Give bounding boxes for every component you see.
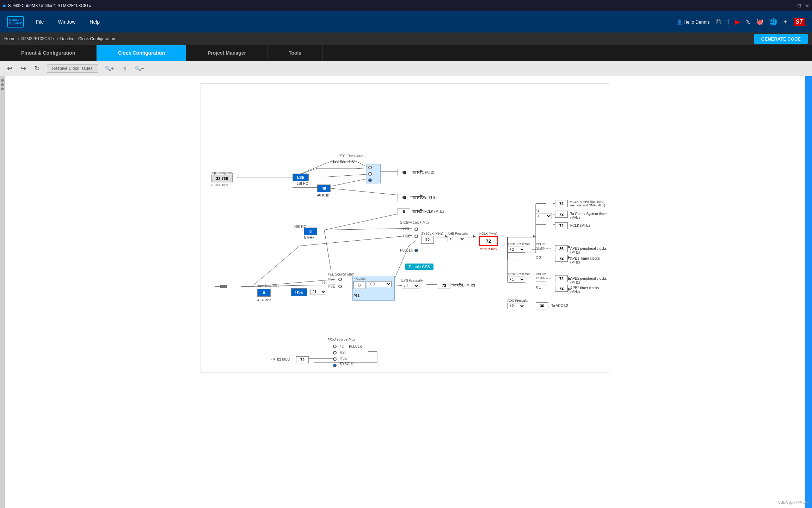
breadcrumb-sep-1: › <box>18 36 19 41</box>
logo-text: STM32CubeMX <box>9 18 22 25</box>
menu-file[interactable]: File <box>36 19 44 25</box>
mco-mux-area <box>333 345 337 367</box>
rtc-lsi-radio[interactable] <box>368 179 372 182</box>
generate-code-button[interactable]: GENERATE CODE <box>754 34 808 44</box>
fit-button[interactable]: ⊡ <box>121 64 128 73</box>
menu-help[interactable]: Help <box>90 19 100 25</box>
redo-button[interactable]: ↪ <box>19 63 27 74</box>
cortex-div-select[interactable]: / 1/ 8 <box>536 213 552 219</box>
menu-right: 👤 Hello Dennis ⑩ f ▶ 𝕏 🐙 🌐 ✦ ST <box>677 18 805 26</box>
mco-hse-radio[interactable] <box>333 357 337 361</box>
svg-line-54 <box>324 230 331 272</box>
pclk1-val[interactable]: 36 <box>555 245 568 252</box>
lsi-rc-box: 40 <box>317 185 331 192</box>
user-greeting: 👤 Hello Dennis <box>677 19 709 25</box>
enable-css-button[interactable]: Enable CSS <box>405 264 433 270</box>
github-icon[interactable]: 🐙 <box>756 18 764 26</box>
breadcrumb-home[interactable]: Home <box>4 36 16 41</box>
breadcrumb-sep-2: › <box>57 36 58 41</box>
sidebar-dot-1 <box>1 79 4 82</box>
pclk2-val[interactable]: 72 <box>555 275 568 282</box>
minimize-button[interactable]: − <box>791 3 793 8</box>
svg-line-10 <box>324 174 367 177</box>
pll-hse-radio[interactable] <box>338 285 342 288</box>
hclk-ahb-val[interactable]: 72 <box>555 200 568 207</box>
hse-input-freq-label: Input frequency <box>257 284 279 288</box>
adc-val[interactable]: 36 <box>536 302 548 309</box>
pll-val[interactable]: 8 <box>353 281 365 289</box>
youtube-icon[interactable]: ▶ <box>735 18 740 26</box>
tab-pinout[interactable]: Pinout & Configuration <box>0 45 97 61</box>
breadcrumb-bar: Home › STM32F103C8Tx › Untitled - Clock … <box>0 32 812 45</box>
apb2-prescaler-select[interactable]: / 1/ 2/ 4 <box>508 277 525 283</box>
left-sidebar <box>0 76 5 508</box>
to-rtc-label: To RTC (KHz) <box>412 170 434 174</box>
rtc-lse-radio[interactable] <box>368 172 372 176</box>
pll-hsi-radio[interactable] <box>338 278 342 281</box>
mco-sysclk-lbl: SYSCLK <box>340 362 353 366</box>
to-flitf-val[interactable]: 8 <box>398 208 410 215</box>
tab-bar: Pinout & Configuration Clock Configurati… <box>0 45 812 61</box>
resolve-clock-button[interactable]: Resolve Clock Issues <box>47 64 98 73</box>
network-icon[interactable]: ✦ <box>783 18 788 26</box>
right-sidebar[interactable] <box>805 76 812 508</box>
hse-div-select[interactable]: / 1/ 2 <box>310 289 326 295</box>
tab-project[interactable]: Project Manager <box>186 45 267 61</box>
zoom-in-button[interactable]: 🔍+ <box>104 64 115 73</box>
sys-hsi-label: HSI <box>403 227 409 231</box>
refresh-button[interactable]: ↻ <box>33 63 41 74</box>
st-logo: ST <box>794 18 805 26</box>
logo-area: STM32CubeMX <box>7 16 24 28</box>
lse-box: LSE <box>293 174 309 181</box>
app-icon: ■ <box>3 3 6 8</box>
hse-rtc-label: HSE_RTC <box>338 159 355 163</box>
usb-val[interactable]: 72 <box>438 282 450 289</box>
web-icon[interactable]: 🌐 <box>769 18 777 26</box>
mco-pllclk-radio[interactable] <box>333 345 337 348</box>
apb1-prescaler-select[interactable]: / 2/ 1/ 4 <box>508 247 525 253</box>
cortex-timer-val[interactable]: 72 <box>555 211 568 218</box>
tab-clock[interactable]: Clock Configuration <box>97 45 186 61</box>
mco-val[interactable]: 72 <box>296 356 309 363</box>
mco-hsi-radio[interactable] <box>333 351 337 355</box>
to-rtc-val[interactable]: 40 <box>398 169 410 176</box>
hse-freq-val[interactable]: 8 <box>257 289 271 297</box>
sys-pll-radio[interactable] <box>414 249 418 252</box>
clock-diagram: Input frequency 32.768 0-1000 KHz LSE LS… <box>201 83 609 373</box>
rtc-hse-radio[interactable] <box>368 166 372 169</box>
apb1-timer-val[interactable]: 72 <box>555 255 568 262</box>
sysclk-val[interactable]: 72 <box>421 236 434 244</box>
canvas-area[interactable]: Input frequency 32.768 0-1000 KHz LSE LS… <box>5 76 805 508</box>
menu-window[interactable]: Window <box>58 19 76 25</box>
usb-div-select[interactable]: / 1/ 1.5 <box>402 283 419 289</box>
to-flitf-label: To FLITFCLK (MHz) <box>412 210 444 213</box>
breadcrumb-chip[interactable]: STM32F103C8Tx <box>21 36 55 41</box>
apb2-peripheral-label: APB2 peripheral clocks (MHz) <box>570 277 609 284</box>
apb2-timer-val[interactable]: 72 <box>555 285 568 292</box>
rtc-clock-mux-label: RTC Clock Mux <box>338 154 363 158</box>
fclk-label: FCLK (MHz) <box>570 224 590 228</box>
pclk1-label: PCLK1 <box>536 242 546 246</box>
sys-hse-radio[interactable] <box>414 235 418 238</box>
hse-box: HSE <box>291 288 307 296</box>
zoom-out-button[interactable]: 🔍− <box>134 64 145 73</box>
tab-tools[interactable]: Tools <box>267 45 323 61</box>
lse-freq-value[interactable]: 32.768 <box>211 175 233 182</box>
maximize-button[interactable]: □ <box>798 3 801 8</box>
sys-hsi-radio[interactable] <box>414 228 418 231</box>
mco-sysclk-radio[interactable] <box>333 364 337 367</box>
adc-prescaler-select[interactable]: / 2/ 4/ 6/ 8 <box>508 303 525 309</box>
x-twitter-icon[interactable]: 𝕏 <box>746 19 750 25</box>
adc-label: To ADC1,2 <box>551 304 568 308</box>
pll-mul-select[interactable]: X 9X 2X 3X 4X 6X 8 <box>367 281 392 287</box>
hclk-val[interactable]: 72 <box>479 236 498 246</box>
pll-hsi-label: HSI <box>328 277 334 281</box>
facebook-icon[interactable]: f <box>727 18 730 26</box>
ahb-prescaler-select[interactable]: / 1/ 2/ 4/ 8 <box>448 236 465 242</box>
undo-button[interactable]: ↩ <box>6 63 14 74</box>
svg-line-21 <box>300 235 412 246</box>
close-button[interactable]: ✕ <box>805 3 809 8</box>
to-iwdg-val[interactable]: 40 <box>398 194 410 201</box>
fclk-val[interactable]: 72 <box>555 222 568 229</box>
sys-pll-label: PLLCLK <box>400 248 413 252</box>
